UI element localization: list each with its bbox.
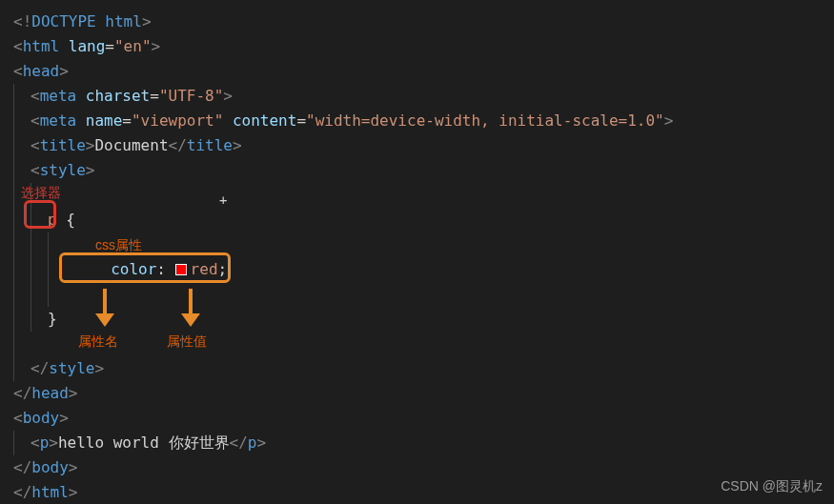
code-line: </style> [13, 356, 821, 381]
code-line: </html> [13, 480, 821, 504]
code-line [13, 282, 821, 307]
code-line: <html lang="en"> [13, 34, 821, 59]
val-utf8: "UTF-8" [159, 87, 223, 105]
tag-p: p [40, 433, 50, 452]
tag-style-close: style [49, 359, 94, 377]
p-text: hello world 你好世界 [58, 433, 230, 452]
css-prop-color: color [111, 260, 156, 278]
css-val-red: red [191, 260, 218, 278]
code-line: <meta name="viewport" content="width=dev… [13, 109, 821, 133]
code-line: <body> [13, 406, 821, 431]
val-width: "width=device-width, initial-scale=1.0" [306, 111, 664, 130]
attr-content: content [233, 111, 296, 130]
tag-head-close: head [31, 384, 69, 402]
color-swatch-icon [175, 264, 187, 275]
tag-meta: meta [40, 111, 86, 130]
tag-html: html [23, 37, 69, 55]
val-en: "en" [114, 37, 152, 55]
val-viewport: "viewport" [132, 111, 223, 130]
code-line [13, 183, 821, 208]
code-line: <!DOCTYPE html> [13, 10, 821, 34]
code-line: <title>Document</title> [13, 133, 821, 158]
bang: ! [23, 12, 32, 30]
tag-body: body [23, 409, 60, 427]
angle-bracket: < [13, 12, 23, 30]
attr-lang: lang [69, 37, 106, 55]
angle-bracket: > [142, 12, 152, 30]
code-line: </body> [13, 455, 821, 480]
code-line [13, 332, 821, 356]
watermark: CSDN @图灵机z [721, 474, 823, 498]
attr-charset: charset [86, 87, 150, 105]
tag-title: title [40, 136, 86, 154]
code-editor: <!DOCTYPE html> <html lang="en"> <head> … [0, 0, 834, 504]
code-line: color: red; [13, 257, 821, 282]
code-line: <head> [13, 59, 821, 84]
code-line: p { [13, 208, 821, 232]
doctype-word: DOCTYPE html [31, 12, 142, 30]
tag-style: style [40, 161, 86, 179]
tag-meta: meta [40, 87, 86, 105]
code-line: <meta charset="UTF-8"> [13, 84, 821, 109]
code-line: <style> [13, 158, 821, 183]
brace-close: } [48, 310, 57, 328]
brace-open: { [57, 211, 75, 229]
tag-body-close: body [31, 458, 69, 476]
title-text: Document [94, 136, 168, 154]
code-line: } [13, 307, 821, 332]
code-line: <p>hello world 你好世界</p> [13, 431, 821, 455]
tag-head: head [23, 62, 60, 80]
attr-name: name [86, 111, 123, 130]
code-line [13, 232, 821, 257]
code-line: </head> [13, 381, 821, 406]
tag-html-close: html [31, 483, 69, 501]
css-selector-p: p [48, 211, 57, 229]
